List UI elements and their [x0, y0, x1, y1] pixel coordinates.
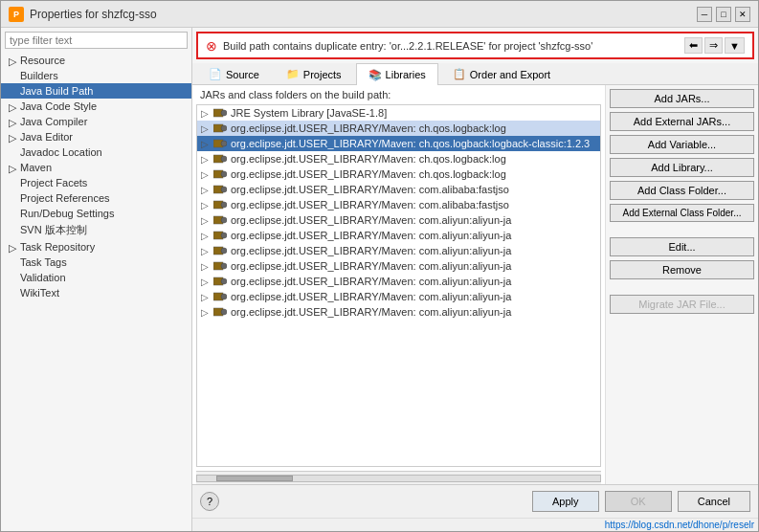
jar-icon [212, 259, 228, 273]
help-button[interactable]: ? [200, 492, 219, 511]
right-panel: ⊗ Build path contains duplicate entry: '… [192, 28, 758, 531]
ok-button[interactable]: OK [605, 491, 672, 512]
item-expand-arrow: ▷ [201, 139, 212, 149]
horizontal-scrollbar[interactable] [196, 471, 601, 484]
tab-source[interactable]: 📄 Source [196, 63, 272, 84]
sidebar-item-label: Run/Debug Settings [20, 208, 114, 219]
sidebar-item-java-editor[interactable]: ▷ Java Editor [1, 129, 191, 144]
sidebar-item-maven[interactable]: ▷ Maven [1, 160, 191, 175]
error-navigation: ⬅ ⇒ ▼ [684, 37, 745, 54]
sidebar-item-label: Javadoc Location [20, 146, 102, 158]
error-nav-down[interactable]: ▼ [725, 37, 745, 54]
item-expand-arrow: ▷ [201, 215, 212, 226]
list-item[interactable]: ▷ org.eclipse.jdt.USER_LIBRARY/Maven: co… [197, 289, 600, 304]
list-item[interactable]: ▷ org.eclipse.jdt.USER_LIBRARY/Maven: co… [197, 212, 600, 228]
svg-point-21 [221, 263, 227, 269]
sidebar-item-run-debug[interactable]: Run/Debug Settings [1, 206, 191, 221]
item-text: org.eclipse.jdt.USER_LIBRARY/Maven: com.… [231, 291, 596, 302]
jar-list[interactable]: ▷ JRE System Library [JavaSE-1.8] [196, 104, 601, 467]
svg-point-17 [221, 233, 227, 238]
sidebar-item-task-tags[interactable]: Task Tags [1, 255, 191, 270]
sidebar-item-label: SVN 版本控制 [20, 224, 87, 235]
expand-arrow: ▷ [9, 101, 18, 111]
sidebar-item-java-build-path[interactable]: Java Build Path [1, 83, 191, 99]
sidebar-item-label: Java Build Path [20, 85, 93, 97]
svg-point-9 [221, 171, 227, 177]
jar-icon [212, 198, 228, 211]
maximize-button[interactable]: □ [716, 7, 731, 22]
error-nav-next[interactable]: ⇒ [704, 37, 723, 54]
jar-icon [212, 213, 228, 227]
apply-button[interactable]: Apply [532, 491, 599, 512]
jar-icon [212, 122, 228, 135]
scroll-thumb[interactable] [216, 476, 293, 481]
list-item[interactable]: ▷ org.eclipse.jdt.USER_LIBRARY/Maven: co… [197, 304, 600, 320]
item-text: org.eclipse.jdt.USER_LIBRARY/Maven: com.… [231, 306, 596, 318]
add-library-button[interactable]: Add Library... [610, 158, 754, 177]
list-item[interactable]: ▷ org.eclipse.jdt.USER_LIBRARY/Maven: ch… [197, 121, 600, 136]
tab-libraries[interactable]: 📚 Libraries [356, 63, 438, 85]
edit-button[interactable]: Edit... [610, 237, 754, 256]
window-controls: ─ □ ✕ [697, 7, 750, 22]
item-text: org.eclipse.jdt.USER_LIBRARY/Maven: com.… [231, 214, 596, 226]
add-external-class-folder-button[interactable]: Add External Class Folder... [610, 204, 754, 222]
list-item[interactable]: ▷ org.eclipse.jdt.USER_LIBRARY/Maven: co… [197, 182, 600, 197]
migrate-jar-button[interactable]: Migrate JAR File... [610, 295, 754, 314]
sidebar-item-validation[interactable]: Validation [1, 270, 191, 285]
sidebar-item-project-references[interactable]: Project References [1, 190, 191, 206]
svg-point-19 [221, 248, 227, 254]
tab-order-export[interactable]: 📋 Order and Export [440, 63, 563, 84]
close-button[interactable]: ✕ [735, 7, 750, 22]
error-nav-prev[interactable]: ⬅ [684, 37, 703, 54]
list-item[interactable]: ▷ JRE System Library [JavaSE-1.8] [197, 105, 600, 121]
add-external-jars-button[interactable]: Add External JARs... [610, 112, 754, 131]
list-item[interactable]: ▷ org.eclipse.jdt.USER_LIBRARY/Maven: ch… [197, 151, 600, 166]
sidebar-item-java-code-style[interactable]: ▷ Java Code Style [1, 99, 191, 114]
item-expand-arrow: ▷ [201, 200, 212, 211]
sidebar-item-label: Validation [20, 272, 66, 283]
item-text: org.eclipse.jdt.USER_LIBRARY/Maven: ch.q… [231, 122, 596, 134]
spacer [610, 226, 754, 233]
sidebar-item-resource[interactable]: ▷ Resource [1, 53, 191, 68]
sidebar-item-svn[interactable]: SVN 版本控制 [1, 221, 191, 239]
list-item[interactable]: ▷ org.eclipse.jdt.USER_LIBRARY/Maven: ch… [197, 136, 600, 151]
tab-projects[interactable]: 📁 Projects [274, 63, 354, 84]
item-text: org.eclipse.jdt.USER_LIBRARY/Maven: ch.q… [231, 168, 596, 180]
add-jars-button[interactable]: Add JARs... [610, 89, 754, 108]
main-window: P Properties for shzfcg-sso ─ □ ✕ ▷ Reso… [0, 0, 759, 532]
jar-icon [212, 290, 228, 303]
jar-icon [212, 229, 228, 242]
error-icon: ⊗ [206, 38, 217, 54]
remove-button[interactable]: Remove [610, 260, 754, 279]
sidebar-item-project-facets[interactable]: Project Facets [1, 175, 191, 190]
list-item[interactable]: ▷ org.eclipse.jdt.USER_LIBRARY/Maven: co… [197, 228, 600, 243]
sidebar-item-java-compiler[interactable]: ▷ Java Compiler [1, 114, 191, 129]
cancel-button[interactable]: Cancel [678, 491, 750, 512]
svg-point-11 [221, 187, 227, 192]
list-item[interactable]: ▷ org.eclipse.jdt.USER_LIBRARY/Maven: co… [197, 274, 600, 289]
sidebar-item-wikitext[interactable]: WikiText [1, 285, 191, 300]
sidebar-item-task-repository[interactable]: ▷ Task Repository [1, 239, 191, 255]
add-class-folder-button[interactable]: Add Class Folder... [610, 181, 754, 200]
sidebar-item-javadoc[interactable]: Javadoc Location [1, 144, 191, 160]
projects-tab-icon: 📁 [286, 68, 300, 80]
filter-input[interactable] [5, 32, 188, 49]
list-item[interactable]: ▷ org.eclipse.jdt.USER_LIBRARY/Maven: ch… [197, 166, 600, 182]
scroll-track[interactable] [196, 475, 601, 482]
svg-point-1 [221, 110, 227, 116]
item-text: org.eclipse.jdt.USER_LIBRARY/Maven: com.… [231, 276, 596, 287]
status-bar: https://blog.csdn.net/dhone/p/reselr [192, 518, 758, 531]
list-item[interactable]: ▷ org.eclipse.jdt.USER_LIBRARY/Maven: co… [197, 197, 600, 212]
window-icon: P [9, 7, 24, 22]
jar-icon [212, 244, 228, 257]
add-variable-button[interactable]: Add Variable... [610, 135, 754, 154]
svg-point-3 [221, 125, 227, 131]
list-item[interactable]: ▷ org.eclipse.jdt.USER_LIBRARY/Maven: co… [197, 243, 600, 258]
item-text: org.eclipse.jdt.USER_LIBRARY/Maven: com.… [231, 184, 596, 195]
minimize-button[interactable]: ─ [697, 7, 712, 22]
sidebar-item-builders[interactable]: Builders [1, 68, 191, 83]
svg-point-7 [221, 156, 227, 162]
sidebar-item-label: Resource [20, 55, 65, 66]
list-item[interactable]: ▷ org.eclipse.jdt.USER_LIBRARY/Maven: co… [197, 258, 600, 274]
order-tab-icon: 📋 [453, 68, 466, 80]
